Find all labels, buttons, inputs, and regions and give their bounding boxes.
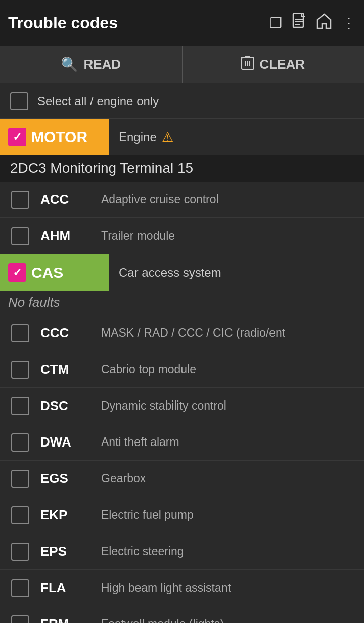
motor-badge-label: MOTOR [31, 128, 87, 146]
frm-checkbox-area[interactable] [0, 615, 40, 624]
list-item[interactable]: DSC Dynamic stability control [0, 388, 364, 424]
no-faults-label: No faults [0, 291, 364, 315]
dsc-description: Dynamic stability control [101, 399, 364, 413]
ccc-checkbox-area[interactable] [0, 324, 40, 342]
egs-checkbox-area[interactable] [0, 470, 40, 488]
eps-description: Electric steering [101, 545, 364, 558]
eps-checkbox[interactable] [11, 543, 29, 561]
ccc-checkbox[interactable] [11, 324, 29, 342]
eps-checkbox-area[interactable] [0, 543, 40, 561]
ekp-checkbox[interactable] [11, 506, 29, 524]
dsc-checkbox[interactable] [11, 397, 29, 415]
list-item[interactable]: EKP Electric fuel pump [0, 497, 364, 533]
motor-description: Engine ⚠ [109, 129, 173, 145]
ekp-description: Electric fuel pump [101, 508, 364, 522]
cas-badge: CAS [0, 254, 109, 291]
dwa-description: Anti theft alarm [101, 435, 364, 449]
ahm-checkbox[interactable] [11, 227, 29, 245]
motor-badge: MOTOR [0, 119, 109, 155]
list-item[interactable]: ACC Adaptive cruise control [0, 182, 364, 218]
dwa-code: DWA [40, 434, 101, 450]
cas-description: Car access system [109, 265, 221, 280]
list-item[interactable]: FLA High beam light assistant [0, 570, 364, 606]
ekp-code: EKP [40, 507, 101, 523]
acc-code: ACC [40, 192, 101, 207]
clear-button[interactable]: CLEAR [183, 46, 365, 83]
select-all-row[interactable]: Select all / engine only [0, 83, 364, 119]
ahm-description: Trailer module [101, 229, 364, 243]
more-icon[interactable]: ⋮ [342, 15, 356, 31]
motor-checkbox[interactable] [8, 128, 26, 146]
egs-code: EGS [40, 471, 101, 486]
motor-module-header[interactable]: MOTOR Engine ⚠ [0, 119, 364, 155]
copy-icon[interactable]: ❐ [269, 15, 282, 31]
read-button[interactable]: 🔍 READ [0, 46, 183, 83]
dwa-checkbox[interactable] [11, 433, 29, 452]
list-item[interactable]: CCC MASK / RAD / CCC / CIC (radio/ent [0, 315, 364, 351]
list-item[interactable]: EPS Electric steering [0, 533, 364, 570]
cas-checkbox[interactable] [8, 263, 26, 282]
ctm-code: CTM [40, 362, 101, 377]
home-icon[interactable] [316, 13, 332, 33]
page-title: Trouble codes [8, 14, 118, 32]
frm-checkbox[interactable] [11, 615, 29, 624]
fla-code: FLA [40, 580, 101, 596]
subgroup-title: 2DC3 Monitoring Terminal 15 [10, 160, 193, 176]
warning-icon: ⚠ [162, 129, 173, 145]
list-item[interactable]: EGS Gearbox [0, 461, 364, 497]
cas-description-text: Car access system [119, 265, 221, 280]
dsc-checkbox-area[interactable] [0, 397, 40, 415]
ctm-checkbox-area[interactable] [0, 361, 40, 379]
dsc-code: DSC [40, 398, 101, 414]
acc-description: Adaptive cruise control [101, 193, 364, 206]
list-item[interactable]: DWA Anti theft alarm [0, 424, 364, 461]
cas-badge-label: CAS [31, 264, 63, 281]
fla-description: High beam light assistant [101, 581, 364, 595]
ctm-checkbox[interactable] [11, 361, 29, 379]
fla-checkbox-area[interactable] [0, 579, 40, 597]
ahm-code: AHM [40, 228, 101, 244]
cas-module-row[interactable]: CAS Car access system [0, 254, 364, 291]
fla-checkbox[interactable] [11, 579, 29, 597]
toolbar: 🔍 READ CLEAR [0, 46, 364, 83]
acc-checkbox[interactable] [11, 191, 29, 209]
ccc-code: CCC [40, 325, 101, 341]
egs-checkbox[interactable] [11, 470, 29, 488]
delete-icon [241, 55, 254, 74]
search-icon: 🔍 [61, 56, 78, 73]
select-all-label: Select all / engine only [37, 94, 159, 108]
ekp-checkbox-area[interactable] [0, 506, 40, 524]
acc-checkbox-area[interactable] [0, 191, 40, 209]
egs-description: Gearbox [101, 472, 364, 485]
app-header: Trouble codes ❐ ⋮ [0, 0, 364, 46]
ctm-description: Cabrio top module [101, 363, 364, 376]
select-all-checkbox[interactable] [10, 92, 28, 110]
list-item[interactable]: AHM Trailer module [0, 218, 364, 254]
motor-description-text: Engine [119, 130, 157, 144]
no-faults-text: No faults [8, 295, 60, 310]
document-icon[interactable] [292, 13, 306, 33]
subgroup-header: 2DC3 Monitoring Terminal 15 [0, 155, 364, 182]
list-item[interactable]: FRM Footwell module (lights) [0, 606, 364, 623]
frm-description: Footwell module (lights) [101, 617, 364, 623]
ahm-checkbox-area[interactable] [0, 227, 40, 245]
list-item[interactable]: CTM Cabrio top module [0, 351, 364, 388]
dwa-checkbox-area[interactable] [0, 433, 40, 452]
ccc-description: MASK / RAD / CCC / CIC (radio/ent [101, 326, 364, 340]
eps-code: EPS [40, 544, 101, 559]
header-icons: ❐ ⋮ [269, 13, 356, 33]
frm-code: FRM [40, 616, 101, 623]
